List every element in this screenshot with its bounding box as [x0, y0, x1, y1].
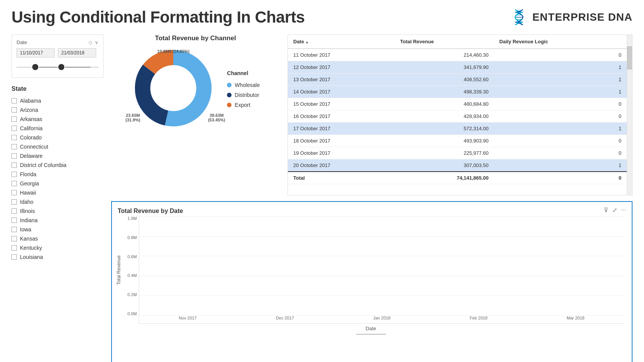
table-row[interactable]: 19 October 2017 225,977.60 0	[288, 147, 627, 159]
slider-track	[16, 67, 99, 68]
table-row[interactable]: 13 October 2017 408,552.60 1	[288, 74, 627, 86]
filter-icon[interactable]: ⊽	[604, 206, 608, 214]
state-item[interactable]: Alabama	[12, 96, 104, 105]
state-checkbox[interactable]	[12, 107, 17, 113]
x-axis-label: Nov 2017	[179, 316, 197, 323]
cell-date: 18 October 2017	[288, 135, 395, 147]
table-row[interactable]: 17 October 2017 572,314.00 1	[288, 123, 627, 135]
table-row[interactable]: 18 October 2017 493,903.90 0	[288, 135, 627, 147]
x-axis-label: Feb 2018	[470, 316, 487, 323]
legend-wholesale: Wholesale	[227, 82, 260, 88]
table-row[interactable]: 15 October 2017 480,684.80 0	[288, 98, 627, 110]
state-checkbox[interactable]	[12, 172, 17, 177]
cell-logic: 1	[494, 74, 627, 86]
state-item[interactable]: Kentucky	[12, 243, 104, 252]
state-checkbox[interactable]	[12, 254, 17, 260]
state-item[interactable]: Delaware	[12, 151, 104, 161]
y-tick: 0.4M	[118, 274, 139, 278]
date-slider[interactable]	[16, 61, 99, 73]
end-date-input[interactable]: 21/03/2018	[58, 48, 96, 57]
state-item[interactable]: Arkansas	[12, 115, 104, 124]
chevron-down-icon[interactable]: ∨	[95, 39, 99, 45]
slider-thumb-right[interactable]	[58, 63, 65, 71]
donut-section: Total Revenue by Channel	[111, 34, 280, 195]
expand-icon[interactable]: ⤢	[612, 206, 617, 214]
total-revenue: 74,141,865.00	[395, 172, 494, 184]
bars-container	[139, 216, 624, 316]
date-filter-label: Date ◇ ∨	[16, 39, 99, 45]
state-item[interactable]: Idaho	[12, 197, 104, 206]
table-section: Date Total Revenue Daily Revenue Logic 1…	[288, 34, 632, 195]
date-inputs: 11/10/2017 21/03/2018	[16, 48, 99, 57]
cell-date: 20 October 2017	[288, 159, 395, 172]
state-name: Kansas	[20, 236, 38, 242]
state-item[interactable]: Arizona	[12, 105, 104, 115]
state-item[interactable]: Illinois	[12, 206, 104, 216]
col-date[interactable]: Date	[288, 35, 395, 49]
state-checkbox[interactable]	[12, 227, 17, 232]
bar-chart-icons: ⊽ ⤢ ···	[604, 206, 626, 214]
cell-revenue: 341,679.90	[395, 61, 494, 74]
table-row[interactable]: 12 October 2017 341,679.90 1	[288, 61, 627, 74]
table-row[interactable]: 11 October 2017 214,460.30 0	[288, 49, 627, 61]
state-name: District of Columbia	[20, 162, 66, 168]
state-name: Connecticut	[20, 144, 48, 150]
state-item[interactable]: Georgia	[12, 179, 104, 188]
state-checkbox[interactable]	[12, 236, 17, 241]
more-icon[interactable]: ···	[621, 206, 626, 214]
state-checkbox[interactable]	[12, 153, 17, 159]
state-item[interactable]: Florida	[12, 170, 104, 179]
donut-chart-title: Total Revenue by Channel	[111, 34, 280, 42]
state-checkbox[interactable]	[12, 190, 17, 195]
slider-thumb-left[interactable]	[31, 63, 39, 71]
table-scrollbar[interactable]	[627, 35, 632, 195]
state-checkbox[interactable]	[12, 135, 17, 140]
bar-chart-title: Total Revenue by Date	[118, 208, 624, 215]
state-checkbox[interactable]	[12, 181, 17, 186]
state-item[interactable]: Indiana	[12, 216, 104, 225]
state-filter-label: State	[12, 85, 104, 92]
start-date-input[interactable]: 11/10/2017	[16, 48, 55, 57]
state-item[interactable]: District of Columbia	[12, 161, 104, 170]
x-axis-labels: Nov 2017Dec 2017Jan 2018Feb 2018Mar 2018	[139, 316, 624, 323]
state-checkbox[interactable]	[12, 144, 17, 149]
cell-revenue: 498,339.30	[395, 86, 494, 98]
col-revenue[interactable]: Total Revenue	[395, 35, 494, 49]
state-checkbox[interactable]	[12, 98, 17, 103]
table-row[interactable]: 14 October 2017 498,339.30 1	[288, 86, 627, 98]
state-checkbox[interactable]	[12, 208, 17, 214]
total-logic: 0	[494, 172, 627, 184]
cell-logic: 0	[494, 110, 627, 123]
cell-date: 19 October 2017	[288, 147, 395, 159]
state-item[interactable]: Connecticut	[12, 142, 104, 151]
col-logic[interactable]: Daily Revenue Logic	[494, 35, 627, 49]
cell-date: 15 October 2017	[288, 98, 395, 110]
table-row[interactable]: 20 October 2017 307,003.50 1	[288, 159, 627, 172]
state-item[interactable]: Colorado	[12, 133, 104, 142]
state-checkbox[interactable]	[12, 162, 17, 168]
cell-date: 12 October 2017	[288, 61, 395, 74]
state-checkbox[interactable]	[12, 126, 17, 131]
cell-logic: 1	[494, 61, 627, 74]
state-checkbox[interactable]	[12, 218, 17, 223]
state-checkbox[interactable]	[12, 199, 17, 205]
eraser-icon[interactable]: ◇	[89, 39, 92, 45]
state-checkbox[interactable]	[12, 116, 17, 122]
table-scrollbar-thumb[interactable]	[627, 46, 632, 69]
dna-icon	[509, 8, 529, 27]
table-row[interactable]: 16 October 2017 428,934.00 0	[288, 110, 627, 123]
y-tick: 0.8M	[118, 236, 139, 240]
content-area: Total Revenue by Channel	[111, 34, 632, 362]
cell-logic: 1	[494, 159, 627, 172]
state-item[interactable]: California	[12, 124, 104, 133]
logo-text: ENTERPRISE DNA	[532, 11, 632, 23]
state-checkbox[interactable]	[12, 245, 17, 251]
state-item[interactable]: Kansas	[12, 234, 104, 243]
state-name: Delaware	[20, 153, 43, 159]
y-tick: 1.0M	[118, 216, 139, 221]
state-item[interactable]: Hawaii	[12, 188, 104, 197]
state-item[interactable]: Iowa	[12, 225, 104, 234]
cell-logic: 0	[494, 147, 627, 159]
y-tick: 0.6M	[118, 255, 139, 259]
state-item[interactable]: Louisiana	[12, 252, 104, 262]
